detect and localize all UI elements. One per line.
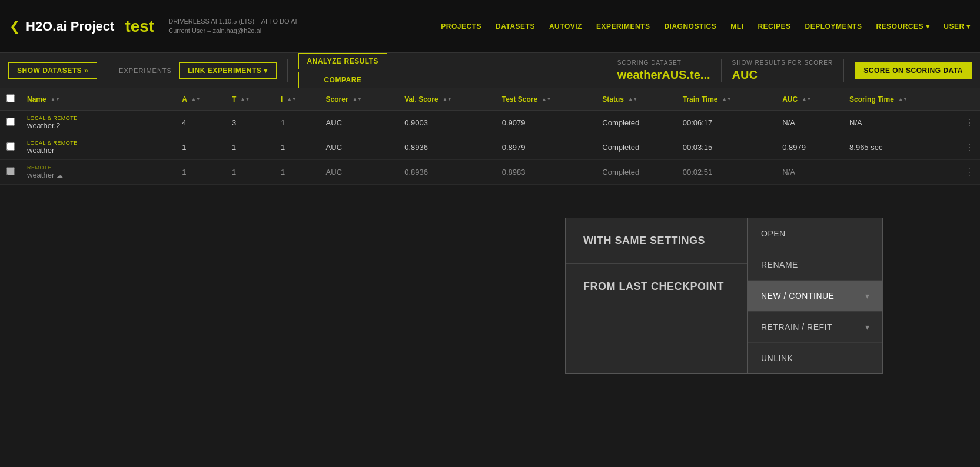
col-a[interactable]: A ▲▼ [176,88,226,111]
table-row: REMOTEweather☁111AUC0.89360.8983Complete… [0,160,980,185]
link-experiments-button[interactable]: LINK EXPERIMENTS ▾ [179,62,277,79]
row-status: Completed [596,111,676,135]
row-name: LOCAL & REMOTEweather.2 [21,111,176,135]
sort-scoring-time: ▲▼ [898,97,908,102]
col-i[interactable]: I ▲▼ [275,88,320,111]
context-new-continue[interactable]: NEW / CONTINUE ▾ [748,281,882,312]
col-actions [959,88,980,111]
show-datasets-button[interactable]: SHOW DATASETS » [8,62,97,79]
sort-a: ▲▼ [191,97,201,102]
row-name-value: weather.2 [27,121,60,130]
nav-mli[interactable]: MLI [730,22,743,31]
row-actions[interactable]: ⋮ [959,160,980,185]
sort-i: ▲▼ [287,97,297,102]
row-checkbox-0[interactable] [6,118,15,126]
row-test-score: 0.9079 [496,111,597,135]
scoring-dataset-value: weatherAUS.te... [617,68,710,82]
toolbar: SHOW DATASETS » EXPERIMENTS LINK EXPERIM… [0,53,980,88]
nav-user[interactable]: USER [944,22,971,31]
scorer-section: SHOW RESULTS FOR SCORER AUC [732,59,833,82]
score-on-scoring-button[interactable]: SCORE ON SCORING DATA [855,62,972,79]
row-scorer: AUC [320,111,399,135]
row-actions[interactable]: ⋮ [959,111,980,135]
sort-t: ▲▼ [241,97,250,102]
sort-train-time: ▲▼ [722,97,732,102]
col-name[interactable]: Name ▲▼ [21,88,176,111]
col-val-score[interactable]: Val. Score ▲▼ [398,88,496,111]
user-info: Current User – zain.haq@h2o.ai [168,26,297,35]
analyze-results-button[interactable]: ANALYZE RESULTS [298,53,388,69]
row-scoring-time: 8.965 sec [843,135,959,160]
divider-4 [721,59,722,82]
row-tag: LOCAL & REMOTE [27,115,170,121]
table-row: LOCAL & REMOTEweather111AUC0.89360.8979C… [0,135,980,160]
row-checkbox-2[interactable] [6,167,15,175]
col-scoring-time[interactable]: Scoring Time ▲▼ [843,88,959,111]
col-test-score[interactable]: Test Score ▲▼ [496,88,597,111]
col-status[interactable]: Status ▲▼ [596,88,676,111]
select-all-checkbox[interactable] [6,94,15,102]
version-info: DRIVERLESS AI 1.10.5 (LTS) – AI TO DO AI [168,17,297,26]
row-name-value: weather [27,146,54,155]
scorer-label: SHOW RESULTS FOR SCORER [732,59,833,66]
row-checkbox-cell[interactable] [0,135,21,160]
nav-diagnostics[interactable]: DIAGNOSTICS [664,22,716,31]
context-unlink[interactable]: UNLINK [748,343,882,373]
col-train-time[interactable]: Train Time ▲▼ [677,88,776,111]
nav-autoviz[interactable]: AUTOVIZ [549,22,582,31]
row-i: 1 [275,111,320,135]
header: ❮ H2O.ai Project test DRIVERLESS AI 1.10… [0,0,980,53]
context-rename[interactable]: RENAME [748,249,882,281]
row-scorer: AUC [320,160,399,185]
logo-subtitle: DRIVERLESS AI 1.10.5 (LTS) – AI TO DO AI… [168,17,297,35]
row-actions[interactable]: ⋮ [959,135,980,160]
divider-5 [843,59,844,82]
sort-scorer: ▲▼ [353,97,362,102]
row-checkbox-cell[interactable] [0,160,21,185]
sort-test-score: ▲▼ [542,97,552,102]
row-auc: N/A [776,160,843,185]
context-menu-overlay: WITH SAME SETTINGS FROM LAST CHECKPOINT … [565,218,883,374]
nav-experiments[interactable]: EXPERIMENTS [596,22,650,31]
context-with-same-settings[interactable]: WITH SAME SETTINGS [566,218,747,264]
row-checkbox-cell[interactable] [0,111,21,135]
row-t: 1 [226,135,275,160]
context-from-last-checkpoint[interactable]: FROM LAST CHECKPOINT [566,264,747,309]
sort-val-score: ▲▼ [443,97,452,102]
nav-resources[interactable]: RESOURCES [876,22,929,31]
logo-area: ❮ H2O.ai Project test DRIVERLESS AI 1.10… [9,17,297,36]
nav-deployments[interactable]: DEPLOYMENTS [805,22,862,31]
table-row: LOCAL & REMOTEweather.2431AUC0.90030.907… [0,111,980,135]
row-val-score: 0.9003 [398,111,496,135]
nav-datasets[interactable]: DATASETS [496,22,535,31]
col-t[interactable]: T ▲▼ [226,88,275,111]
sort-status: ▲▼ [628,97,637,102]
experiments-label: EXPERIMENTS [119,67,172,74]
row-scoring-time: N/A [843,111,959,135]
col-scorer[interactable]: Scorer ▲▼ [320,88,399,111]
row-i: 1 [275,160,320,185]
row-checkbox-1[interactable] [6,142,15,151]
divider-1 [108,59,108,82]
compare-button[interactable]: COMPARE [298,72,388,88]
cloud-icon: ☁ [57,172,63,179]
row-a: 1 [176,160,226,185]
retrain-refit-arrow: ▾ [865,322,870,332]
experiments-table: Name ▲▼ A ▲▼ T ▲▼ I ▲▼ Scorer ▲▼ Val. Sc… [0,88,980,185]
divider-3 [398,59,398,82]
context-right-panel: OPEN RENAME NEW / CONTINUE ▾ RETRAIN / R… [748,218,883,374]
row-status: Completed [596,160,676,185]
row-test-score: 0.8983 [496,160,597,185]
col-auc[interactable]: AUC ▲▼ [776,88,843,111]
select-all-checkbox-header[interactable] [0,88,21,111]
row-t: 1 [226,160,275,185]
sort-auc: ▲▼ [802,97,812,102]
back-icon[interactable]: ❮ [9,19,20,34]
nav-projects[interactable]: PROJECTS [441,22,481,31]
context-open[interactable]: OPEN [748,218,882,249]
new-continue-arrow: ▾ [865,291,870,301]
row-i: 1 [275,135,320,160]
experiments-table-wrap: Name ▲▼ A ▲▼ T ▲▼ I ▲▼ Scorer ▲▼ Val. Sc… [0,88,980,185]
context-retrain-refit[interactable]: RETRAIN / REFIT ▾ [748,312,882,343]
nav-recipes[interactable]: RECIPES [758,22,790,31]
